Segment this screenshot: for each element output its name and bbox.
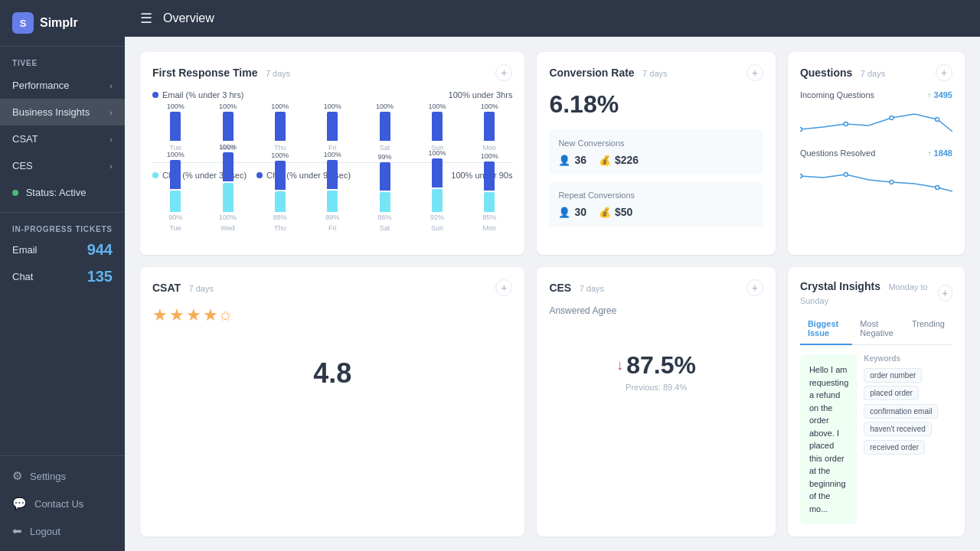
incoming-questions-value: ↑ 3495 xyxy=(927,90,952,99)
email-legend: Email (% under 3 hrs) xyxy=(152,90,243,99)
bar-chat-sat-90 xyxy=(380,162,390,191)
resolved-questions-label: Questions Resolved xyxy=(800,148,875,158)
bar-chat-mon-90 xyxy=(484,161,495,191)
tab-most-negative[interactable]: Most Negative xyxy=(852,316,904,345)
dashboard-grid: First Response Time 7 days + Email (% un… xyxy=(125,37,980,551)
person-repeat-icon: 👤 xyxy=(558,207,570,218)
repeat-conversions-box: Repeat Conversions 👤 30 💰 $50 xyxy=(549,181,763,227)
csat-stars: ★★★★✩ xyxy=(152,305,512,325)
email-bar-header: Email (% under 3 hrs) 100% under 3hrs xyxy=(152,90,512,99)
logo: S Simplr xyxy=(0,0,125,47)
chat-bar-fri-wrap xyxy=(309,160,355,212)
frt-expand-button[interactable]: + xyxy=(495,64,512,81)
repeat-conversion-value: 💰 $50 xyxy=(599,206,632,218)
csat-period: 7 days xyxy=(189,284,214,293)
keywords-row-1: order number placed order xyxy=(864,368,952,400)
email-legend-label: Email (% under 3 hrs) xyxy=(162,90,243,99)
bar-email-wed-fill xyxy=(223,112,234,141)
sidebar-item-business-insights[interactable]: Business Insights › xyxy=(0,99,125,126)
keyword-placed-order: placed order xyxy=(864,386,919,400)
bar-chat-sun: 100% 92% Sun xyxy=(414,149,460,232)
logout-icon: ⬅ xyxy=(12,524,22,538)
bar-chat-wed-30 xyxy=(223,183,234,212)
frt-card-header: First Response Time 7 days + xyxy=(152,64,512,81)
settings-item[interactable]: ⚙ Settings xyxy=(0,462,125,490)
bar-email-tue-fill xyxy=(170,112,181,141)
bar-email-sun: 100% Sun xyxy=(414,103,460,152)
new-conversions-row: 👤 36 💰 $226 xyxy=(558,154,754,166)
sidebar-item-performance[interactable]: Performance › xyxy=(0,72,125,99)
chat-icon: 💬 xyxy=(12,497,27,510)
bar-email-tue: 100% Tue xyxy=(152,103,198,152)
conversion-title-group: Conversion Rate 7 days xyxy=(549,66,667,80)
bar-email-sat-fill xyxy=(380,112,390,141)
status-value: Active xyxy=(59,187,86,198)
chat-bar-wed-wrap xyxy=(204,152,250,212)
incoming-questions-chart xyxy=(800,103,952,141)
sidebar-item-ces[interactable]: CES › xyxy=(0,152,125,179)
status-row: Status: Active xyxy=(0,179,125,206)
ces-previous-label: Previous: 89.4% xyxy=(626,383,687,392)
ces-percentage: 87.5% xyxy=(626,351,696,380)
status-dot-icon xyxy=(12,190,18,196)
chat-bar-sun-wrap xyxy=(414,158,460,212)
conversion-card-header: Conversion Rate 7 days + xyxy=(549,64,763,81)
svg-point-2 xyxy=(890,116,893,120)
new-conversion-value: 💰 $226 xyxy=(599,154,639,166)
tab-trending[interactable]: Trending xyxy=(904,316,952,345)
bar-email-fri: 100% Fri xyxy=(309,103,355,152)
questions-title: Questions xyxy=(800,67,852,79)
conversion-expand-button[interactable]: + xyxy=(746,64,763,81)
bar-chat-mon-30 xyxy=(484,192,495,212)
chevron-right-icon: › xyxy=(109,135,113,144)
tab-biggest-issue[interactable]: Biggest Issue xyxy=(800,316,852,345)
csat-expand-button[interactable]: + xyxy=(495,279,512,296)
bar-email-thu-fill xyxy=(275,112,286,141)
contact-us-label: Contact Us xyxy=(34,498,83,510)
sidebar-divider xyxy=(0,212,125,213)
csat-card: CSAT 7 days + ★★★★✩ 4.8 xyxy=(140,267,524,536)
bar-email-sat: 100% Sat xyxy=(361,103,407,152)
bar-chat-tue-30 xyxy=(170,191,181,212)
email-summary: 100% under 3hrs xyxy=(449,90,513,99)
ces-card-header: CES 7 days + xyxy=(549,279,763,296)
main-content: ☰ Overview First Response Time 7 days + … xyxy=(125,0,980,551)
conversion-rate-value: 6.18% xyxy=(549,90,763,119)
contact-us-item[interactable]: 💬 Contact Us xyxy=(0,490,125,517)
svg-point-3 xyxy=(936,118,939,122)
gear-icon: ⚙ xyxy=(12,469,22,483)
chevron-right-icon: › xyxy=(109,161,113,171)
crystal-expand-button[interactable]: + xyxy=(938,285,952,302)
csat-title-group: CSAT 7 days xyxy=(152,281,214,295)
bar-chat-tue: 100% 90% Tue xyxy=(152,151,198,232)
status-label: Status: xyxy=(26,187,57,198)
ticket-label-email: Email xyxy=(12,244,38,256)
resolved-questions-mini: Questions Resolved ↑ 1848 xyxy=(800,148,952,199)
chat-bar-thu-wrap xyxy=(257,161,303,212)
resolved-questions-header: Questions Resolved ↑ 1848 xyxy=(800,148,952,158)
conversion-title: Conversion Rate xyxy=(549,67,634,79)
svg-point-0 xyxy=(800,128,802,132)
questions-expand-button[interactable]: + xyxy=(936,64,952,81)
half-star-icon: ✩ xyxy=(220,308,233,324)
frt-title: First Response Time xyxy=(152,67,257,79)
logo-icon: S xyxy=(12,12,34,34)
hamburger-icon[interactable]: ☰ xyxy=(140,10,152,27)
logout-item[interactable]: ⬅ Logout xyxy=(0,517,125,545)
logout-label: Logout xyxy=(30,526,60,537)
keyword-havent-received: haven't received xyxy=(864,422,932,436)
sidebar-item-csat[interactable]: CSAT › xyxy=(0,126,125,152)
email-legend-dot xyxy=(152,92,158,98)
topbar: ☰ Overview xyxy=(125,0,980,37)
dollar-repeat-icon: 💰 xyxy=(599,207,611,218)
sidebar-section-tivee: TIVEE xyxy=(0,47,125,72)
dollar-icon: 💰 xyxy=(599,155,611,166)
person-icon: 👤 xyxy=(558,155,570,166)
crystal-tabs: Biggest Issue Most Negative Trending xyxy=(800,316,952,345)
ces-card: CES 7 days + Answered Agree ↓ 87.5% Prev… xyxy=(537,267,776,536)
incoming-questions-mini: Incoming Questions ↑ 3495 xyxy=(800,90,952,141)
frt-period: 7 days xyxy=(266,69,290,78)
ces-expand-button[interactable]: + xyxy=(746,279,763,296)
bar-email-fri-fill xyxy=(327,112,338,141)
email-bar-section: Email (% under 3 hrs) 100% under 3hrs 10… xyxy=(152,90,512,152)
